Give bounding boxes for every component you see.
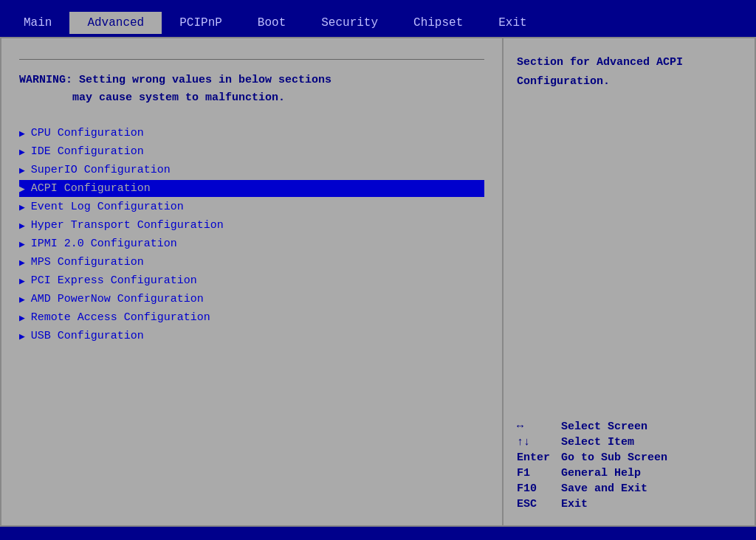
menu-list-item-superio[interactable]: ▶SuperIO Configuration bbox=[19, 162, 484, 179]
key-row: F1General Help bbox=[517, 467, 741, 480]
key-symbol: Enter bbox=[517, 451, 561, 464]
menu-list: ▶CPU Configuration▶IDE Configuration▶Sup… bbox=[19, 125, 484, 345]
key-symbol: F1 bbox=[517, 467, 561, 480]
menu-list-item-acpi[interactable]: ▶ACPI Configuration bbox=[19, 180, 484, 197]
menu-item-boot[interactable]: Boot bbox=[240, 12, 303, 34]
arrow-icon: ▶ bbox=[19, 220, 25, 232]
menu-item-exit[interactable]: Exit bbox=[481, 12, 544, 34]
title-bar bbox=[0, 0, 756, 9]
menu-list-item-label: IDE Configuration bbox=[31, 145, 144, 158]
key-description: General Help bbox=[561, 467, 641, 480]
menu-item-chipset[interactable]: Chipset bbox=[396, 12, 481, 34]
menu-list-item-label: Event Log Configuration bbox=[31, 201, 184, 213]
arrow-icon: ▶ bbox=[19, 183, 25, 195]
arrow-icon: ▶ bbox=[19, 330, 25, 342]
main-content: WARNING: Setting wrong values in below s… bbox=[0, 37, 756, 527]
menu-list-item-amdpowernow[interactable]: ▶AMD PowerNow Configuration bbox=[19, 291, 484, 308]
menu-item-pciPnp[interactable]: PCIPnP bbox=[162, 12, 240, 34]
key-description: Select Screen bbox=[561, 420, 647, 433]
bios-app: MainAdvancedPCIPnPBootSecurityChipsetExi… bbox=[0, 0, 756, 540]
arrow-icon: ▶ bbox=[19, 201, 25, 213]
bottom-bar bbox=[0, 527, 756, 540]
arrow-icon: ▶ bbox=[19, 238, 25, 250]
right-panel: Section for Advanced ACPI Configuration.… bbox=[504, 38, 755, 525]
key-legend: ↔Select Screen↑↓Select ItemEnterGo to Su… bbox=[517, 420, 741, 510]
warning-text: WARNING: Setting wrong values in below s… bbox=[19, 72, 484, 107]
key-symbol: ↑↓ bbox=[517, 436, 561, 449]
key-symbol: F10 bbox=[517, 482, 561, 495]
key-description: Go to Sub Screen bbox=[561, 451, 667, 464]
menu-list-item-eventlog[interactable]: ▶Event Log Configuration bbox=[19, 198, 484, 215]
menu-list-item-label: IPMI 2.0 Configuration bbox=[31, 238, 177, 250]
menu-list-item-label: Hyper Transport Configuration bbox=[31, 219, 224, 232]
key-symbol: ↔ bbox=[517, 420, 561, 433]
menu-bar: MainAdvancedPCIPnPBootSecurityChipsetExi… bbox=[0, 9, 756, 37]
menu-list-item-hypertransport[interactable]: ▶Hyper Transport Configuration bbox=[19, 217, 484, 234]
menu-list-item-ide[interactable]: ▶IDE Configuration bbox=[19, 143, 484, 160]
key-description: Exit bbox=[561, 498, 588, 510]
menu-list-item-mps[interactable]: ▶MPS Configuration bbox=[19, 254, 484, 271]
menu-list-item-label: CPU Configuration bbox=[31, 127, 144, 139]
menu-item-main[interactable]: Main bbox=[6, 12, 69, 34]
left-panel: WARNING: Setting wrong values in below s… bbox=[1, 38, 504, 525]
menu-list-item-label: Remote Access Configuration bbox=[31, 311, 210, 324]
menu-list-item-ipmi[interactable]: ▶IPMI 2.0 Configuration bbox=[19, 235, 484, 252]
menu-list-item-remoteaccess[interactable]: ▶Remote Access Configuration bbox=[19, 309, 484, 326]
arrow-icon: ▶ bbox=[19, 128, 25, 139]
menu-list-item-label: PCI Express Configuration bbox=[31, 274, 197, 287]
arrow-icon: ▶ bbox=[19, 165, 25, 176]
menu-list-item-label: SuperIO Configuration bbox=[31, 164, 171, 176]
key-row: F10Save and Exit bbox=[517, 482, 741, 495]
arrow-icon: ▶ bbox=[19, 146, 25, 158]
key-description: Save and Exit bbox=[561, 482, 647, 495]
key-row: ↑↓Select Item bbox=[517, 436, 741, 449]
key-row: ↔Select Screen bbox=[517, 420, 741, 433]
key-symbol: ESC bbox=[517, 498, 561, 510]
menu-list-item-pciexpress[interactable]: ▶PCI Express Configuration bbox=[19, 272, 484, 289]
key-row: ESCExit bbox=[517, 498, 741, 510]
arrow-icon: ▶ bbox=[19, 312, 25, 324]
arrow-icon: ▶ bbox=[19, 294, 25, 305]
help-text: Section for Advanced ACPI Configuration. bbox=[517, 53, 741, 91]
arrow-icon: ▶ bbox=[19, 257, 25, 269]
menu-list-item-label: USB Configuration bbox=[31, 330, 144, 342]
menu-item-security[interactable]: Security bbox=[303, 12, 396, 34]
key-row: EnterGo to Sub Screen bbox=[517, 451, 741, 464]
arrow-icon: ▶ bbox=[19, 275, 25, 287]
key-description: Select Item bbox=[561, 436, 634, 449]
menu-list-item-label: ACPI Configuration bbox=[31, 182, 151, 195]
menu-list-item-label: MPS Configuration bbox=[31, 256, 144, 269]
menu-list-item-cpu[interactable]: ▶CPU Configuration bbox=[19, 125, 484, 142]
menu-item-advanced[interactable]: Advanced bbox=[69, 12, 162, 34]
menu-list-item-label: AMD PowerNow Configuration bbox=[31, 293, 204, 305]
divider bbox=[19, 59, 484, 60]
menu-list-item-usb[interactable]: ▶USB Configuration bbox=[19, 328, 484, 345]
